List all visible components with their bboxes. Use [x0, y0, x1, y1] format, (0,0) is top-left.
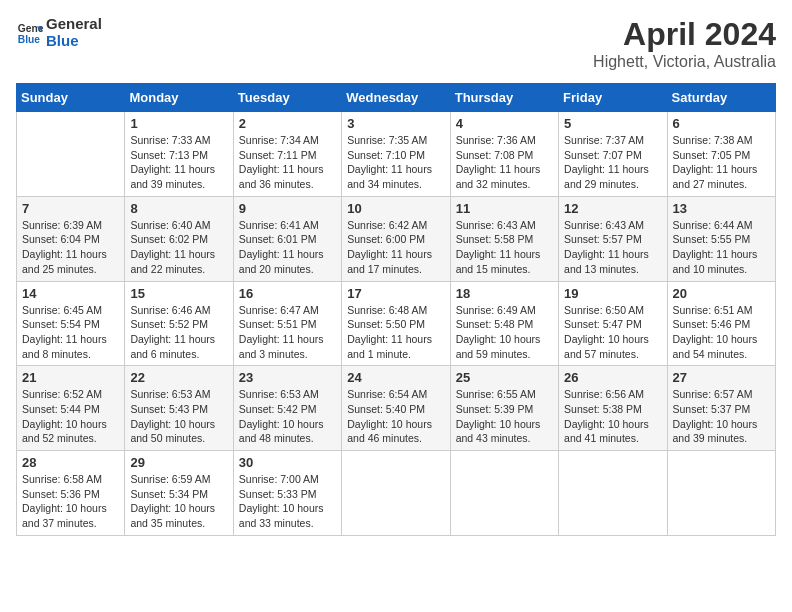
- calendar-cell: 6Sunrise: 7:38 AM Sunset: 7:05 PM Daylig…: [667, 112, 775, 197]
- calendar-header-row: SundayMondayTuesdayWednesdayThursdayFrid…: [17, 84, 776, 112]
- day-number: 30: [239, 455, 336, 470]
- cell-content: Sunrise: 7:34 AM Sunset: 7:11 PM Dayligh…: [239, 133, 336, 192]
- day-number: 20: [673, 286, 770, 301]
- calendar-cell: 24Sunrise: 6:54 AM Sunset: 5:40 PM Dayli…: [342, 366, 450, 451]
- week-row-2: 7Sunrise: 6:39 AM Sunset: 6:04 PM Daylig…: [17, 196, 776, 281]
- day-number: 12: [564, 201, 661, 216]
- calendar-cell: 30Sunrise: 7:00 AM Sunset: 5:33 PM Dayli…: [233, 451, 341, 536]
- day-number: 25: [456, 370, 553, 385]
- day-number: 23: [239, 370, 336, 385]
- header-cell-monday: Monday: [125, 84, 233, 112]
- calendar-body: 1Sunrise: 7:33 AM Sunset: 7:13 PM Daylig…: [17, 112, 776, 536]
- cell-content: Sunrise: 6:39 AM Sunset: 6:04 PM Dayligh…: [22, 218, 119, 277]
- calendar-cell: 15Sunrise: 6:46 AM Sunset: 5:52 PM Dayli…: [125, 281, 233, 366]
- header-cell-saturday: Saturday: [667, 84, 775, 112]
- cell-content: Sunrise: 6:45 AM Sunset: 5:54 PM Dayligh…: [22, 303, 119, 362]
- calendar-cell: 16Sunrise: 6:47 AM Sunset: 5:51 PM Dayli…: [233, 281, 341, 366]
- cell-content: Sunrise: 6:56 AM Sunset: 5:38 PM Dayligh…: [564, 387, 661, 446]
- cell-content: Sunrise: 6:58 AM Sunset: 5:36 PM Dayligh…: [22, 472, 119, 531]
- calendar-table: SundayMondayTuesdayWednesdayThursdayFrid…: [16, 83, 776, 536]
- day-number: 2: [239, 116, 336, 131]
- cell-content: Sunrise: 7:00 AM Sunset: 5:33 PM Dayligh…: [239, 472, 336, 531]
- calendar-cell: 18Sunrise: 6:49 AM Sunset: 5:48 PM Dayli…: [450, 281, 558, 366]
- cell-content: Sunrise: 6:42 AM Sunset: 6:00 PM Dayligh…: [347, 218, 444, 277]
- calendar-cell: 17Sunrise: 6:48 AM Sunset: 5:50 PM Dayli…: [342, 281, 450, 366]
- cell-content: Sunrise: 6:50 AM Sunset: 5:47 PM Dayligh…: [564, 303, 661, 362]
- cell-content: Sunrise: 6:47 AM Sunset: 5:51 PM Dayligh…: [239, 303, 336, 362]
- calendar-cell: 23Sunrise: 6:53 AM Sunset: 5:42 PM Dayli…: [233, 366, 341, 451]
- day-number: 16: [239, 286, 336, 301]
- calendar-cell: [559, 451, 667, 536]
- calendar-cell: 2Sunrise: 7:34 AM Sunset: 7:11 PM Daylig…: [233, 112, 341, 197]
- header-cell-friday: Friday: [559, 84, 667, 112]
- calendar-cell: 12Sunrise: 6:43 AM Sunset: 5:57 PM Dayli…: [559, 196, 667, 281]
- day-number: 5: [564, 116, 661, 131]
- day-number: 8: [130, 201, 227, 216]
- calendar-cell: [667, 451, 775, 536]
- calendar-cell: 22Sunrise: 6:53 AM Sunset: 5:43 PM Dayli…: [125, 366, 233, 451]
- calendar-cell: 26Sunrise: 6:56 AM Sunset: 5:38 PM Dayli…: [559, 366, 667, 451]
- calendar-cell: 4Sunrise: 7:36 AM Sunset: 7:08 PM Daylig…: [450, 112, 558, 197]
- header-cell-sunday: Sunday: [17, 84, 125, 112]
- day-number: 18: [456, 286, 553, 301]
- calendar-cell: 19Sunrise: 6:50 AM Sunset: 5:47 PM Dayli…: [559, 281, 667, 366]
- calendar-cell: 1Sunrise: 7:33 AM Sunset: 7:13 PM Daylig…: [125, 112, 233, 197]
- calendar-cell: 7Sunrise: 6:39 AM Sunset: 6:04 PM Daylig…: [17, 196, 125, 281]
- cell-content: Sunrise: 6:59 AM Sunset: 5:34 PM Dayligh…: [130, 472, 227, 531]
- cell-content: Sunrise: 6:43 AM Sunset: 5:58 PM Dayligh…: [456, 218, 553, 277]
- calendar-cell: 8Sunrise: 6:40 AM Sunset: 6:02 PM Daylig…: [125, 196, 233, 281]
- calendar-cell: [450, 451, 558, 536]
- page-header: General Blue General Blue April 2024 Hig…: [16, 16, 776, 71]
- day-number: 19: [564, 286, 661, 301]
- day-number: 29: [130, 455, 227, 470]
- day-number: 6: [673, 116, 770, 131]
- calendar-cell: [342, 451, 450, 536]
- cell-content: Sunrise: 6:43 AM Sunset: 5:57 PM Dayligh…: [564, 218, 661, 277]
- day-number: 3: [347, 116, 444, 131]
- calendar-cell: 21Sunrise: 6:52 AM Sunset: 5:44 PM Dayli…: [17, 366, 125, 451]
- header-cell-tuesday: Tuesday: [233, 84, 341, 112]
- calendar-cell: 5Sunrise: 7:37 AM Sunset: 7:07 PM Daylig…: [559, 112, 667, 197]
- day-number: 22: [130, 370, 227, 385]
- logo: General Blue General Blue: [16, 16, 102, 49]
- day-number: 4: [456, 116, 553, 131]
- cell-content: Sunrise: 6:44 AM Sunset: 5:55 PM Dayligh…: [673, 218, 770, 277]
- day-number: 10: [347, 201, 444, 216]
- week-row-3: 14Sunrise: 6:45 AM Sunset: 5:54 PM Dayli…: [17, 281, 776, 366]
- calendar-cell: 10Sunrise: 6:42 AM Sunset: 6:00 PM Dayli…: [342, 196, 450, 281]
- logo-icon: General Blue: [16, 19, 44, 47]
- cell-content: Sunrise: 6:48 AM Sunset: 5:50 PM Dayligh…: [347, 303, 444, 362]
- calendar-cell: [17, 112, 125, 197]
- week-row-4: 21Sunrise: 6:52 AM Sunset: 5:44 PM Dayli…: [17, 366, 776, 451]
- calendar-cell: 9Sunrise: 6:41 AM Sunset: 6:01 PM Daylig…: [233, 196, 341, 281]
- cell-content: Sunrise: 6:52 AM Sunset: 5:44 PM Dayligh…: [22, 387, 119, 446]
- week-row-1: 1Sunrise: 7:33 AM Sunset: 7:13 PM Daylig…: [17, 112, 776, 197]
- title-section: April 2024 Highett, Victoria, Australia: [593, 16, 776, 71]
- calendar-cell: 28Sunrise: 6:58 AM Sunset: 5:36 PM Dayli…: [17, 451, 125, 536]
- day-number: 11: [456, 201, 553, 216]
- day-number: 13: [673, 201, 770, 216]
- day-number: 28: [22, 455, 119, 470]
- cell-content: Sunrise: 6:49 AM Sunset: 5:48 PM Dayligh…: [456, 303, 553, 362]
- calendar-cell: 13Sunrise: 6:44 AM Sunset: 5:55 PM Dayli…: [667, 196, 775, 281]
- day-number: 17: [347, 286, 444, 301]
- calendar-cell: 14Sunrise: 6:45 AM Sunset: 5:54 PM Dayli…: [17, 281, 125, 366]
- calendar-cell: 29Sunrise: 6:59 AM Sunset: 5:34 PM Dayli…: [125, 451, 233, 536]
- calendar-cell: 27Sunrise: 6:57 AM Sunset: 5:37 PM Dayli…: [667, 366, 775, 451]
- logo-general: General: [46, 16, 102, 33]
- location: Highett, Victoria, Australia: [593, 53, 776, 71]
- cell-content: Sunrise: 6:53 AM Sunset: 5:43 PM Dayligh…: [130, 387, 227, 446]
- cell-content: Sunrise: 7:33 AM Sunset: 7:13 PM Dayligh…: [130, 133, 227, 192]
- logo-blue: Blue: [46, 33, 102, 50]
- cell-content: Sunrise: 6:41 AM Sunset: 6:01 PM Dayligh…: [239, 218, 336, 277]
- cell-content: Sunrise: 7:36 AM Sunset: 7:08 PM Dayligh…: [456, 133, 553, 192]
- cell-content: Sunrise: 7:38 AM Sunset: 7:05 PM Dayligh…: [673, 133, 770, 192]
- cell-content: Sunrise: 6:53 AM Sunset: 5:42 PM Dayligh…: [239, 387, 336, 446]
- week-row-5: 28Sunrise: 6:58 AM Sunset: 5:36 PM Dayli…: [17, 451, 776, 536]
- header-cell-thursday: Thursday: [450, 84, 558, 112]
- calendar-cell: 11Sunrise: 6:43 AM Sunset: 5:58 PM Dayli…: [450, 196, 558, 281]
- cell-content: Sunrise: 6:55 AM Sunset: 5:39 PM Dayligh…: [456, 387, 553, 446]
- cell-content: Sunrise: 6:40 AM Sunset: 6:02 PM Dayligh…: [130, 218, 227, 277]
- day-number: 9: [239, 201, 336, 216]
- cell-content: Sunrise: 6:46 AM Sunset: 5:52 PM Dayligh…: [130, 303, 227, 362]
